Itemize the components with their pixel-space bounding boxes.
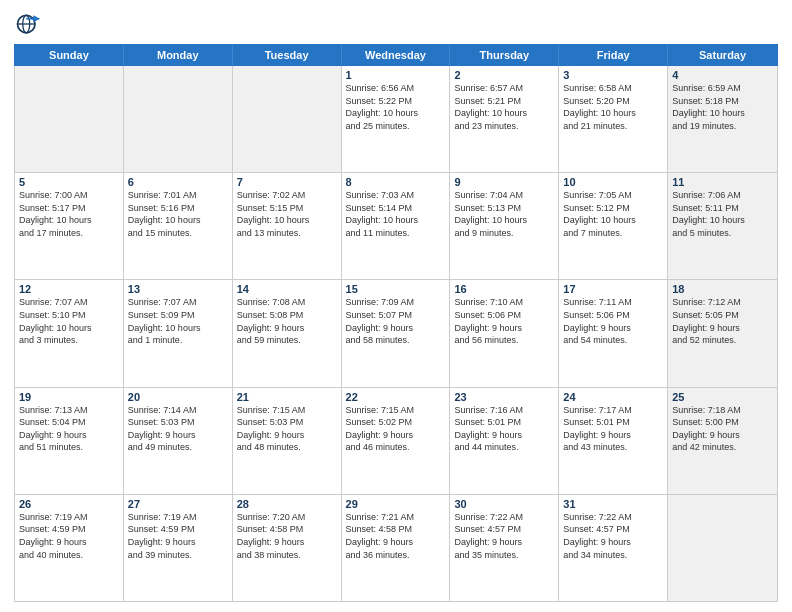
day-number: 6 xyxy=(128,176,228,188)
day-number: 10 xyxy=(563,176,663,188)
calendar: SundayMondayTuesdayWednesdayThursdayFrid… xyxy=(14,44,778,602)
header-cell-sunday: Sunday xyxy=(15,45,124,65)
day-cell-9: 9Sunrise: 7:04 AM Sunset: 5:13 PM Daylig… xyxy=(450,173,559,279)
cell-info: Sunrise: 7:11 AM Sunset: 5:06 PM Dayligh… xyxy=(563,296,663,346)
day-number: 12 xyxy=(19,283,119,295)
calendar-header: SundayMondayTuesdayWednesdayThursdayFrid… xyxy=(14,44,778,66)
header-cell-saturday: Saturday xyxy=(668,45,777,65)
cell-info: Sunrise: 7:17 AM Sunset: 5:01 PM Dayligh… xyxy=(563,404,663,454)
day-number: 19 xyxy=(19,391,119,403)
cell-info: Sunrise: 7:07 AM Sunset: 5:09 PM Dayligh… xyxy=(128,296,228,346)
logo-icon xyxy=(14,10,42,38)
day-number: 27 xyxy=(128,498,228,510)
cell-info: Sunrise: 7:20 AM Sunset: 4:58 PM Dayligh… xyxy=(237,511,337,561)
cell-info: Sunrise: 7:02 AM Sunset: 5:15 PM Dayligh… xyxy=(237,189,337,239)
cell-info: Sunrise: 7:07 AM Sunset: 5:10 PM Dayligh… xyxy=(19,296,119,346)
header-cell-wednesday: Wednesday xyxy=(342,45,451,65)
day-number: 20 xyxy=(128,391,228,403)
day-number: 2 xyxy=(454,69,554,81)
cell-info: Sunrise: 6:56 AM Sunset: 5:22 PM Dayligh… xyxy=(346,82,446,132)
day-number: 29 xyxy=(346,498,446,510)
week-row-4: 19Sunrise: 7:13 AM Sunset: 5:04 PM Dayli… xyxy=(15,388,777,495)
day-cell-14: 14Sunrise: 7:08 AM Sunset: 5:08 PM Dayli… xyxy=(233,280,342,386)
cell-info: Sunrise: 7:19 AM Sunset: 4:59 PM Dayligh… xyxy=(19,511,119,561)
cell-info: Sunrise: 7:03 AM Sunset: 5:14 PM Dayligh… xyxy=(346,189,446,239)
cell-info: Sunrise: 7:15 AM Sunset: 5:02 PM Dayligh… xyxy=(346,404,446,454)
cell-info: Sunrise: 7:13 AM Sunset: 5:04 PM Dayligh… xyxy=(19,404,119,454)
day-number: 4 xyxy=(672,69,773,81)
week-row-1: 1Sunrise: 6:56 AM Sunset: 5:22 PM Daylig… xyxy=(15,66,777,173)
week-row-2: 5Sunrise: 7:00 AM Sunset: 5:17 PM Daylig… xyxy=(15,173,777,280)
day-cell-23: 23Sunrise: 7:16 AM Sunset: 5:01 PM Dayli… xyxy=(450,388,559,494)
day-number: 15 xyxy=(346,283,446,295)
day-cell-2: 2Sunrise: 6:57 AM Sunset: 5:21 PM Daylig… xyxy=(450,66,559,172)
day-cell-1: 1Sunrise: 6:56 AM Sunset: 5:22 PM Daylig… xyxy=(342,66,451,172)
header-cell-monday: Monday xyxy=(124,45,233,65)
logo xyxy=(14,10,46,38)
cell-info: Sunrise: 7:09 AM Sunset: 5:07 PM Dayligh… xyxy=(346,296,446,346)
cell-info: Sunrise: 7:01 AM Sunset: 5:16 PM Dayligh… xyxy=(128,189,228,239)
day-cell-6: 6Sunrise: 7:01 AM Sunset: 5:16 PM Daylig… xyxy=(124,173,233,279)
day-number: 18 xyxy=(672,283,773,295)
day-number: 28 xyxy=(237,498,337,510)
day-cell-26: 26Sunrise: 7:19 AM Sunset: 4:59 PM Dayli… xyxy=(15,495,124,601)
cell-info: Sunrise: 7:00 AM Sunset: 5:17 PM Dayligh… xyxy=(19,189,119,239)
cell-info: Sunrise: 7:18 AM Sunset: 5:00 PM Dayligh… xyxy=(672,404,773,454)
day-number: 25 xyxy=(672,391,773,403)
day-number: 31 xyxy=(563,498,663,510)
day-cell-21: 21Sunrise: 7:15 AM Sunset: 5:03 PM Dayli… xyxy=(233,388,342,494)
day-number: 16 xyxy=(454,283,554,295)
day-cell-12: 12Sunrise: 7:07 AM Sunset: 5:10 PM Dayli… xyxy=(15,280,124,386)
day-cell-17: 17Sunrise: 7:11 AM Sunset: 5:06 PM Dayli… xyxy=(559,280,668,386)
day-number: 7 xyxy=(237,176,337,188)
cell-info: Sunrise: 7:15 AM Sunset: 5:03 PM Dayligh… xyxy=(237,404,337,454)
day-cell-28: 28Sunrise: 7:20 AM Sunset: 4:58 PM Dayli… xyxy=(233,495,342,601)
day-number: 30 xyxy=(454,498,554,510)
day-cell-24: 24Sunrise: 7:17 AM Sunset: 5:01 PM Dayli… xyxy=(559,388,668,494)
day-number: 5 xyxy=(19,176,119,188)
day-cell-27: 27Sunrise: 7:19 AM Sunset: 4:59 PM Dayli… xyxy=(124,495,233,601)
calendar-body: 1Sunrise: 6:56 AM Sunset: 5:22 PM Daylig… xyxy=(14,66,778,602)
day-number: 11 xyxy=(672,176,773,188)
cell-info: Sunrise: 7:19 AM Sunset: 4:59 PM Dayligh… xyxy=(128,511,228,561)
day-cell-30: 30Sunrise: 7:22 AM Sunset: 4:57 PM Dayli… xyxy=(450,495,559,601)
header-cell-thursday: Thursday xyxy=(450,45,559,65)
day-number: 3 xyxy=(563,69,663,81)
header xyxy=(14,10,778,38)
day-cell-15: 15Sunrise: 7:09 AM Sunset: 5:07 PM Dayli… xyxy=(342,280,451,386)
day-cell-16: 16Sunrise: 7:10 AM Sunset: 5:06 PM Dayli… xyxy=(450,280,559,386)
day-cell-4: 4Sunrise: 6:59 AM Sunset: 5:18 PM Daylig… xyxy=(668,66,777,172)
day-cell-3: 3Sunrise: 6:58 AM Sunset: 5:20 PM Daylig… xyxy=(559,66,668,172)
day-cell-29: 29Sunrise: 7:21 AM Sunset: 4:58 PM Dayli… xyxy=(342,495,451,601)
cell-info: Sunrise: 7:22 AM Sunset: 4:57 PM Dayligh… xyxy=(454,511,554,561)
day-number: 8 xyxy=(346,176,446,188)
cell-info: Sunrise: 7:06 AM Sunset: 5:11 PM Dayligh… xyxy=(672,189,773,239)
page: SundayMondayTuesdayWednesdayThursdayFrid… xyxy=(0,0,792,612)
cell-info: Sunrise: 6:59 AM Sunset: 5:18 PM Dayligh… xyxy=(672,82,773,132)
empty-cell xyxy=(15,66,124,172)
header-cell-tuesday: Tuesday xyxy=(233,45,342,65)
day-cell-19: 19Sunrise: 7:13 AM Sunset: 5:04 PM Dayli… xyxy=(15,388,124,494)
cell-info: Sunrise: 7:12 AM Sunset: 5:05 PM Dayligh… xyxy=(672,296,773,346)
empty-cell xyxy=(124,66,233,172)
cell-info: Sunrise: 6:57 AM Sunset: 5:21 PM Dayligh… xyxy=(454,82,554,132)
day-number: 14 xyxy=(237,283,337,295)
day-cell-31: 31Sunrise: 7:22 AM Sunset: 4:57 PM Dayli… xyxy=(559,495,668,601)
day-cell-18: 18Sunrise: 7:12 AM Sunset: 5:05 PM Dayli… xyxy=(668,280,777,386)
cell-info: Sunrise: 7:22 AM Sunset: 4:57 PM Dayligh… xyxy=(563,511,663,561)
cell-info: Sunrise: 6:58 AM Sunset: 5:20 PM Dayligh… xyxy=(563,82,663,132)
day-number: 17 xyxy=(563,283,663,295)
day-cell-25: 25Sunrise: 7:18 AM Sunset: 5:00 PM Dayli… xyxy=(668,388,777,494)
svg-marker-4 xyxy=(33,15,40,22)
day-cell-7: 7Sunrise: 7:02 AM Sunset: 5:15 PM Daylig… xyxy=(233,173,342,279)
day-cell-10: 10Sunrise: 7:05 AM Sunset: 5:12 PM Dayli… xyxy=(559,173,668,279)
cell-info: Sunrise: 7:08 AM Sunset: 5:08 PM Dayligh… xyxy=(237,296,337,346)
day-number: 23 xyxy=(454,391,554,403)
day-number: 9 xyxy=(454,176,554,188)
day-cell-11: 11Sunrise: 7:06 AM Sunset: 5:11 PM Dayli… xyxy=(668,173,777,279)
week-row-5: 26Sunrise: 7:19 AM Sunset: 4:59 PM Dayli… xyxy=(15,495,777,601)
day-cell-20: 20Sunrise: 7:14 AM Sunset: 5:03 PM Dayli… xyxy=(124,388,233,494)
day-number: 24 xyxy=(563,391,663,403)
day-number: 26 xyxy=(19,498,119,510)
day-cell-13: 13Sunrise: 7:07 AM Sunset: 5:09 PM Dayli… xyxy=(124,280,233,386)
